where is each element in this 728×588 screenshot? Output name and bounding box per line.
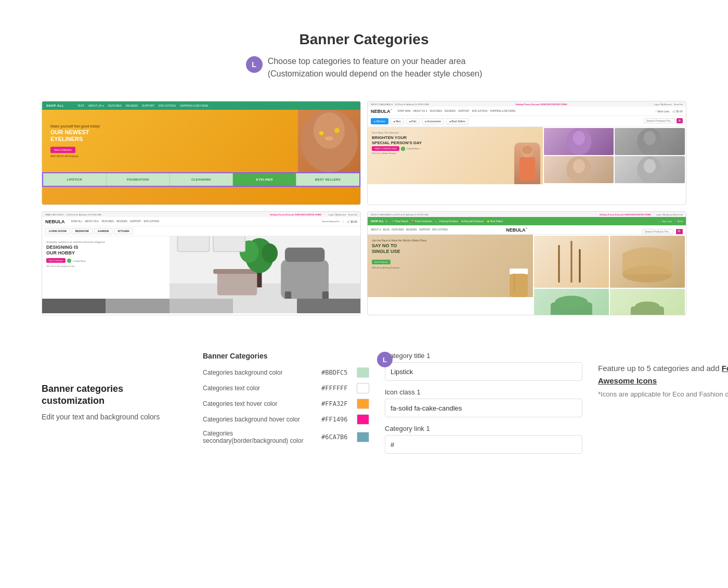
ss3-content: Simplicity carried to an extreme becomes… (42, 236, 360, 299)
color-label-bg: Categories background color (203, 369, 317, 376)
ss1-subtitle: Make yourself feel good today! (50, 124, 100, 128)
color-row-hover-text: Categories text hover color #FFA32F (203, 399, 369, 409)
ss4-grid-4 (610, 289, 685, 315)
ss3-thumb-1 (42, 299, 106, 313)
screenshot-eco: SELECT LANGUAGE ▾ | 123 First St. Ashlan… (367, 211, 686, 315)
ss3-topbar: FAMILY AD LOGO ▾ | 123 First St. Ashland… (42, 212, 360, 217)
color-row-bg: Categories background color #BBDFC5 (203, 367, 369, 378)
ss3-tab-bedroom: BEDROOM (72, 228, 93, 234)
color-row-hover-bg: Categories background hover color #FF149… (203, 414, 369, 425)
form-field-icon: Icon class 1 (385, 388, 582, 417)
ss3-discount: 20% off on all Living Room Set (46, 265, 165, 267)
svg-point-13 (573, 159, 584, 173)
ss3-nav: NEBULA SHOP ALL ABOUT US ▾ FEATURES REVI… (42, 217, 360, 226)
ss4-greenbar: SHOP ALL ▾ 🌱 Plant Based 📦 Food Containe… (368, 217, 686, 225)
color-swatch-text[interactable] (357, 383, 369, 393)
ss4-logo: NEBULA™ (506, 227, 528, 233)
color-value-bg: #BBDFC5 (321, 369, 353, 376)
ss3-thumb-3 (170, 299, 233, 313)
form-avatar: L (377, 352, 393, 367)
ss2-tab-men: ● Men (391, 118, 404, 124)
ss4-nav: ABOUT ▾ BLOG FEATURES REVIEWS SUPPORT EP… (368, 225, 686, 235)
color-value-text: #FFFFFF (321, 385, 353, 392)
ss2-cat-tabs: ● Women ● Men ● Kids ● Accessories ● Bes… (368, 116, 686, 127)
subtitle-text: Choose top categories to feature on your… (268, 55, 483, 80)
category-title-input[interactable] (385, 362, 582, 381)
ss2-discount: 20% off on Winter Flowers (372, 152, 539, 155)
left-description: Banner categories customization Edit you… (42, 352, 187, 423)
color-label-hover-bg: Categories background hover color (203, 416, 317, 423)
ss2-banner-title: BRIGHTEN YOURSPECIAL PERSON'S DAY (372, 135, 539, 145)
icon-class-input[interactable] (385, 399, 582, 417)
ss1-cat-cleansing: CLEANSING (170, 173, 233, 186)
svg-point-2 (319, 131, 323, 135)
ss2-thumb-3 (544, 156, 614, 183)
ss2-tab-women: ● Women (371, 118, 388, 124)
ss1-btn: View Collection (50, 147, 75, 153)
screenshot-nebula-fashion: SELECT LANGUAGE ▾ 123 First St. Ashland,… (367, 101, 686, 205)
ss3-thumbnails (42, 299, 360, 313)
ss1-nav-support: SUPPORT (142, 104, 154, 107)
category-link-input[interactable] (385, 435, 582, 454)
ss4-grid-3 (534, 289, 609, 315)
ss2-logo: NEBULA™ (371, 109, 393, 114)
ss1-categories: LIPSTICK FOUNDATION CLEANSING EYELINER B… (42, 172, 360, 187)
ss4-banner: Join the Race to Make the World a Better… (368, 235, 533, 297)
ss2-nav: NEBULA™ SHOP NOW ABOUT US ▾ FEATURES REV… (368, 107, 686, 116)
screenshots-grid: SHOP ALL TEST ABOUT US ▾ FEATURES REVIEW… (42, 101, 686, 315)
svg-point-11 (644, 131, 656, 145)
color-swatch-hover-text[interactable] (357, 399, 369, 409)
color-swatch-hover-bg[interactable] (357, 414, 369, 425)
svg-point-9 (573, 131, 584, 145)
screenshot-nebula-living: FAMILY AD LOGO ▾ | 123 First St. Ashland… (42, 211, 361, 315)
color-row-secondary: Categories secondary(border/background) … (203, 430, 369, 444)
page-title: Banner Categories (42, 31, 686, 48)
svg-point-3 (334, 128, 340, 133)
form-label-title: Category title 1 (385, 352, 582, 360)
ss2-banner-subtitle: Dont Miss The Moment (372, 131, 539, 134)
svg-rect-19 (285, 248, 325, 262)
ss3-room-img (170, 236, 360, 299)
svg-point-40 (635, 301, 660, 311)
right-desc-footnote: *Icons are applicable for Eco and Fashio… (598, 390, 728, 398)
ss1-face (298, 110, 360, 172)
ss2-banner-btn: SEND FLOWERS NOW (372, 146, 399, 151)
ss1-nav-features: FEATURES (108, 104, 122, 107)
color-value-hover-text: #FFA32F (321, 400, 353, 407)
header-section: Banner Categories L Choose top categorie… (42, 31, 686, 80)
color-swatch-secondary[interactable] (357, 432, 369, 442)
color-swatch-bg[interactable] (357, 367, 369, 378)
ss1-discount: 20% Off On All Products (50, 155, 100, 158)
ss3-logo: NEBULA (45, 219, 65, 224)
ss4-shop-all: SHOP ALL (371, 220, 384, 223)
ss2-thumbnails (543, 127, 686, 184)
svg-rect-22 (217, 272, 257, 296)
ss1-cat-foundation: FOUNDATION (107, 173, 170, 186)
ss3-thumb-2 (106, 299, 169, 313)
ss2-main-banner: Dont Miss The Moment BRIGHTEN YOURSPECIA… (368, 127, 543, 184)
ss3-tab-garden: GARDEN (94, 228, 113, 234)
svg-rect-17 (170, 284, 360, 299)
ss4-discount: 10% off on all Hemp Products (372, 266, 529, 269)
ss4-banner-sub: Join the Race to Make the World a Better… (372, 239, 529, 242)
bottom-section: Banner categories customization Edit you… (42, 341, 686, 461)
ss4-right-grid (533, 235, 686, 297)
right-description: Feature up to 5 categories and add Font … (598, 352, 728, 398)
color-row-text: Categories text color #FFFFFF (203, 383, 369, 393)
ss4-search-input[interactable] (642, 229, 673, 234)
ss3-title: DESIGNING ISOUR HOBBY (46, 245, 165, 256)
ss1-cat-eyeliner: EYELINER (233, 173, 296, 186)
svg-rect-6 (519, 157, 535, 181)
ss1-content: Make yourself feel good today! OUR NEWES… (42, 110, 360, 172)
ss2-search-input[interactable] (644, 118, 675, 123)
screenshot-eyeliner: SHOP ALL TEST ABOUT US ▾ FEATURES REVIEW… (42, 101, 361, 205)
ss1-nav: SHOP ALL TEST ABOUT US ▾ FEATURES REVIEW… (42, 101, 360, 110)
header-avatar: L (246, 56, 263, 73)
ss1-text-area: Make yourself feel good today! OUR NEWES… (50, 124, 100, 158)
ss3-cat-tabs: LIVING ROOM BEDROOM GARDEN KITCHEN (42, 226, 360, 236)
ss2-thumb-4 (615, 156, 685, 183)
svg-point-31 (510, 269, 528, 271)
svg-point-1 (314, 112, 345, 149)
svg-point-27 (262, 244, 278, 263)
color-label-secondary: Categories secondary(border/background) … (203, 430, 317, 444)
